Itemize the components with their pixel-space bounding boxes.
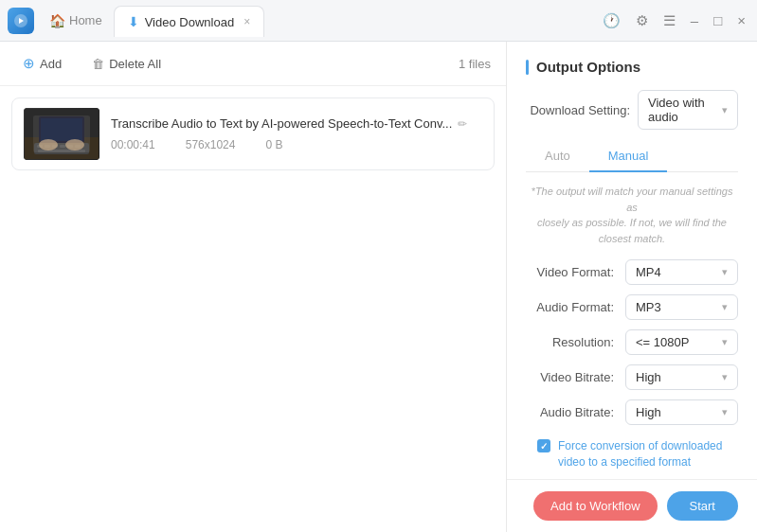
file-duration: 00:00:41 [111, 138, 155, 151]
chevron-down-icon: ▾ [722, 266, 728, 278]
svg-rect-7 [45, 145, 50, 148]
toolbar: ⊕ Add 🗑 Delete All 1 files [0, 42, 506, 86]
edit-icon[interactable]: ✏ [458, 117, 467, 131]
video-format-label: Video Format: [526, 265, 625, 279]
resolution-select[interactable]: <= 1080P ▾ [625, 329, 738, 355]
video-format-value: MP4 [636, 265, 661, 279]
svg-rect-8 [52, 145, 58, 148]
svg-rect-9 [60, 145, 65, 148]
manual-note: *The output will match your manual setti… [526, 184, 738, 246]
svg-rect-5 [34, 143, 89, 154]
force-conversion-label[interactable]: Force conversion of downloaded video to … [558, 438, 738, 470]
download-setting-value: Video with audio [648, 96, 722, 124]
add-button[interactable]: ⊕ Add [15, 51, 69, 76]
minimize-button[interactable]: – [687, 10, 702, 30]
right-panel: Output Options Download Setting: Video w… [507, 42, 757, 532]
svg-rect-1 [25, 109, 99, 159]
chevron-down-icon: ▾ [722, 104, 728, 116]
home-tab[interactable]: 🏠 Home [38, 13, 114, 28]
download-setting-label: Download Setting: [526, 103, 630, 117]
video-bitrate-select[interactable]: High ▾ [625, 364, 738, 390]
main-layout: ⊕ Add 🗑 Delete All 1 files [0, 42, 757, 532]
tab-manual[interactable]: Manual [589, 141, 668, 172]
chevron-down-icon: ▾ [722, 371, 728, 383]
output-options: Output Options Download Setting: Video w… [507, 42, 757, 479]
audio-format-label: Audio Format: [526, 300, 625, 314]
resolution-row: Resolution: <= 1080P ▾ [526, 329, 738, 355]
resolution-value: <= 1080P [636, 335, 689, 349]
file-resolution: 576x1024 [186, 138, 236, 151]
tab-auto[interactable]: Auto [526, 141, 589, 172]
bottom-bar: Add to Workflow Start [507, 479, 757, 532]
tabs-row: Auto Manual [526, 141, 738, 172]
close-button[interactable]: × [733, 10, 749, 30]
app-logo [8, 8, 34, 34]
file-list: Transcribe Audio to Text by AI-powered S… [0, 86, 506, 532]
title-bar: 🏠 Home ⬇ Video Download × 🕐 ⚙ ☰ – □ × [0, 0, 757, 42]
file-count: 1 files [459, 57, 491, 71]
video-bitrate-label: Video Bitrate: [526, 370, 625, 384]
maximize-button[interactable]: □ [710, 10, 726, 30]
audio-bitrate-row: Audio Bitrate: High ▾ [526, 399, 738, 425]
delete-label: Delete All [109, 57, 161, 71]
history-icon[interactable]: 🕐 [599, 10, 624, 31]
force-conversion-row: Force conversion of downloaded video to … [526, 438, 738, 470]
menu-icon[interactable]: ☰ [659, 10, 679, 31]
video-download-tab[interactable]: ⬇ Video Download × [114, 6, 264, 37]
tab-label: Video Download [145, 15, 234, 29]
add-icon: ⊕ [23, 55, 35, 72]
file-title: Transcribe Audio to Text by AI-powered S… [111, 116, 482, 131]
window-controls: 🕐 ⚙ ☰ – □ × [599, 10, 749, 31]
audio-bitrate-label: Audio Bitrate: [526, 405, 625, 419]
video-format-row: Video Format: MP4 ▾ [526, 259, 738, 285]
audio-format-row: Audio Format: MP3 ▾ [526, 294, 738, 320]
audio-format-value: MP3 [636, 300, 661, 314]
video-bitrate-value: High [636, 370, 661, 384]
audio-bitrate-value: High [636, 405, 661, 419]
chevron-down-icon: ▾ [722, 336, 728, 348]
svg-point-13 [39, 139, 58, 151]
svg-rect-6 [37, 145, 43, 148]
download-setting-row: Download Setting: Video with audio ▾ [526, 90, 738, 130]
video-format-select[interactable]: MP4 ▾ [625, 259, 738, 285]
file-thumbnail [24, 108, 99, 160]
left-panel: ⊕ Add 🗑 Delete All 1 files [0, 42, 507, 532]
download-setting-select[interactable]: Video with audio ▾ [638, 90, 738, 130]
file-size: 0 B [265, 138, 282, 151]
trash-icon: 🗑 [92, 57, 104, 71]
section-title: Output Options [526, 59, 738, 75]
download-icon: ⬇ [128, 14, 139, 29]
download-setting-dropdown[interactable]: Video with audio ▾ [638, 90, 738, 130]
start-button[interactable]: Start [667, 491, 738, 521]
file-info: Transcribe Audio to Text by AI-powered S… [111, 116, 482, 151]
chevron-down-icon: ▾ [722, 301, 728, 313]
force-conversion-checkbox[interactable] [537, 439, 550, 452]
tab-close-button[interactable]: × [243, 15, 250, 28]
audio-format-select[interactable]: MP3 ▾ [625, 294, 738, 320]
delete-all-button[interactable]: 🗑 Delete All [84, 53, 169, 75]
chevron-down-icon: ▾ [722, 406, 728, 418]
home-label: Home [69, 13, 102, 27]
svg-point-14 [65, 139, 84, 151]
svg-rect-4 [41, 118, 82, 141]
thumbnail-image [24, 108, 99, 160]
add-to-workflow-button[interactable]: Add to Workflow [533, 491, 657, 521]
home-icon: 🏠 [49, 13, 65, 28]
svg-rect-11 [75, 145, 81, 148]
svg-rect-3 [39, 116, 84, 143]
video-bitrate-row: Video Bitrate: High ▾ [526, 364, 738, 390]
settings-icon[interactable]: ⚙ [632, 10, 652, 31]
file-item: Transcribe Audio to Text by AI-powered S… [11, 98, 495, 170]
svg-rect-10 [67, 145, 73, 148]
file-meta: 00:00:41 576x1024 0 B [111, 138, 482, 151]
audio-bitrate-select[interactable]: High ▾ [625, 399, 738, 425]
add-label: Add [40, 57, 62, 71]
svg-rect-12 [38, 150, 85, 152]
svg-rect-2 [25, 137, 99, 159]
resolution-label: Resolution: [526, 335, 625, 349]
